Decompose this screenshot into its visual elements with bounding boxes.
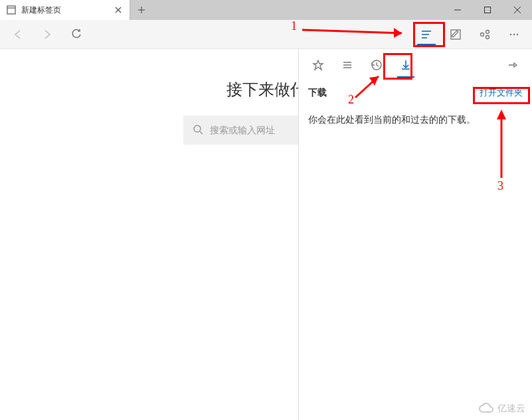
svg-point-15: [486, 30, 489, 33]
toolbar: [0, 20, 532, 49]
hub-body: 你会在此处看到当前的和过去的的下载。: [299, 105, 532, 135]
hub-tabs: [299, 49, 532, 81]
svg-rect-7: [484, 7, 490, 13]
history-tab-icon[interactable]: [365, 54, 388, 76]
open-folder-link[interactable]: 打开文件夹: [480, 87, 523, 99]
annotation-label-2: 2: [348, 93, 354, 107]
favorites-tab-icon[interactable]: [307, 54, 329, 76]
notes-button[interactable]: [444, 23, 467, 46]
annotation-label-1: 1: [291, 19, 297, 33]
watermark: 亿速云: [478, 403, 525, 415]
close-tab-icon[interactable]: [114, 5, 123, 15]
search-icon: [193, 124, 203, 137]
page-headline: 接下来做什: [226, 79, 306, 100]
share-button[interactable]: [474, 23, 496, 46]
maximize-button[interactable]: [472, 0, 502, 20]
pin-panel-icon[interactable]: [501, 54, 524, 76]
refresh-button[interactable]: [65, 23, 88, 46]
svg-line-21: [200, 131, 203, 134]
hub-panel: 下载 打开文件夹 你会在此处看到当前的和过去的的下载。: [298, 49, 532, 420]
svg-rect-0: [7, 6, 15, 14]
hub-title: 下载: [308, 87, 327, 99]
back-button[interactable]: [7, 23, 29, 46]
reading-list-tab-icon[interactable]: [336, 54, 359, 76]
svg-point-20: [194, 125, 201, 132]
forward-button[interactable]: [36, 23, 58, 46]
toolbar-right-group: [415, 23, 525, 46]
annotation-label-3: 3: [497, 179, 503, 193]
svg-point-19: [517, 33, 518, 35]
tab-title: 新建标签页: [21, 5, 108, 16]
empty-downloads-message: 你会在此处看到当前的和过去的的下载。: [308, 114, 476, 125]
window-controls: [442, 0, 532, 20]
downloads-tab-icon[interactable]: [395, 54, 417, 76]
more-button[interactable]: [503, 23, 525, 46]
close-window-button[interactable]: [502, 0, 532, 20]
svg-point-14: [481, 33, 484, 36]
hub-button[interactable]: [415, 23, 438, 46]
hub-title-row: 下载 打开文件夹: [299, 81, 532, 105]
svg-point-17: [510, 33, 511, 35]
page-icon: [7, 5, 16, 15]
svg-point-18: [513, 33, 515, 35]
watermark-text: 亿速云: [497, 403, 525, 415]
minimize-button[interactable]: [442, 0, 472, 20]
new-tab-button[interactable]: [130, 0, 153, 20]
svg-point-16: [486, 35, 489, 38]
titlebar: 新建标签页: [0, 0, 532, 20]
browser-tab[interactable]: 新建标签页: [0, 0, 130, 20]
